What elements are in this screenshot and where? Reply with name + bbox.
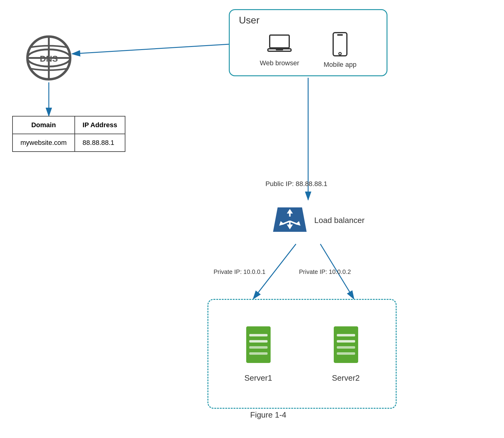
web-browser-device: Web browser: [260, 34, 299, 67]
svg-rect-27: [334, 326, 358, 363]
private-ip1-label: Private IP: 10.0.0.1: [214, 268, 265, 275]
svg-rect-28: [337, 334, 355, 336]
server2-icon: [331, 325, 361, 369]
svg-rect-11: [337, 34, 343, 36]
user-label: User: [239, 15, 260, 26]
svg-point-12: [339, 52, 341, 55]
svg-rect-30: [337, 346, 355, 349]
web-browser-label: Web browser: [260, 59, 299, 67]
svg-rect-29: [337, 340, 355, 343]
load-balancer-label: Load balancer: [314, 216, 365, 225]
laptop-icon: [267, 34, 292, 56]
servers-box: Server1 Server2: [207, 299, 397, 409]
svg-rect-23: [249, 334, 268, 336]
svg-rect-31: [337, 352, 355, 355]
svg-rect-7: [270, 35, 289, 48]
load-balancer: Load balancer: [272, 201, 365, 239]
server2-label: Server2: [332, 373, 360, 383]
user-to-dns-arrow: [79, 44, 229, 53]
mobile-app-device: Mobile app: [324, 32, 357, 69]
svg-rect-25: [249, 346, 268, 349]
domain-header: Domain: [13, 116, 75, 134]
server1-item: Server1: [243, 325, 274, 383]
svg-text:DNS: DNS: [40, 54, 58, 63]
mobile-icon: [332, 32, 348, 58]
dns-table: Domain IP Address mywebsite.com 88.88.88…: [12, 116, 125, 152]
svg-rect-9: [276, 49, 283, 50]
figure-caption: Figure 1-4: [250, 410, 286, 420]
user-devices: Web browser Mobile app: [239, 32, 377, 69]
dns-globe: DNS: [24, 34, 73, 82]
ip-value: 88.88.88.1: [75, 134, 125, 152]
server2-item: Server2: [331, 325, 361, 383]
svg-rect-22: [246, 326, 271, 363]
load-balancer-icon: [272, 201, 308, 239]
svg-rect-26: [249, 352, 268, 355]
server1-icon: [243, 325, 274, 369]
server1-label: Server1: [244, 373, 272, 383]
private-ip2-label: Private IP: 10.0.0.2: [299, 268, 351, 275]
svg-rect-24: [249, 340, 268, 343]
ip-header: IP Address: [75, 116, 125, 134]
diagram-container: DNS Domain IP Address mywebsite.com 88.8…: [0, 0, 504, 438]
domain-value: mywebsite.com: [13, 134, 75, 152]
user-box: User Web browser: [229, 9, 387, 76]
public-ip-label: Public IP: 88.88.88.1: [265, 180, 327, 188]
mobile-app-label: Mobile app: [324, 61, 357, 69]
